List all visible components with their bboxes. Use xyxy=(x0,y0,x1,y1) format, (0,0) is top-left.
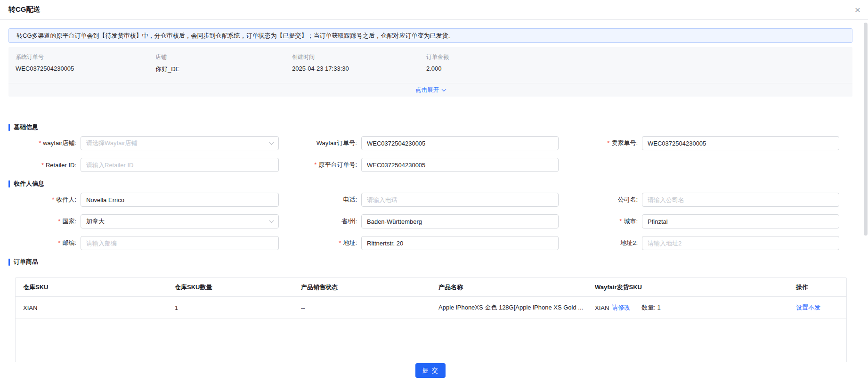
summary-create-time: 创建时间 2025-04-23 17:33:30 xyxy=(292,53,426,83)
field-zipcode: *邮编: xyxy=(8,236,279,250)
dialog-header: 转CG配送 × xyxy=(0,0,868,20)
cell-qty: 1 xyxy=(167,304,293,311)
address2-input[interactable] xyxy=(642,236,839,250)
modify-link[interactable]: 请修改 xyxy=(612,303,630,312)
chevron-down-icon xyxy=(269,218,274,223)
required-asterisk: * xyxy=(58,239,60,246)
expand-toggle[interactable]: 点击展开 xyxy=(415,86,446,94)
required-asterisk: * xyxy=(314,161,316,168)
chevron-down-icon xyxy=(442,87,446,91)
cell-action: 设置不发 xyxy=(788,303,846,312)
field-city: *城市: xyxy=(559,214,839,228)
summary-order-amount: 订单金额 2.000 xyxy=(426,53,845,83)
required-asterisk: * xyxy=(339,239,341,246)
phone-input[interactable] xyxy=(361,193,559,207)
page-title: 转CG配送 xyxy=(8,5,41,14)
field-wayfair-order-no: Wayfair订单号: xyxy=(279,136,559,150)
required-asterisk: * xyxy=(58,218,60,225)
field-province: 省/州: xyxy=(279,214,559,228)
field-phone: 电话: xyxy=(279,193,559,207)
qty-text: 数量: 1 xyxy=(641,303,660,312)
seller-order-no-input[interactable] xyxy=(642,136,839,150)
field-seller-order-no: *卖家单号: xyxy=(559,136,839,150)
section-recipient-info: 收件人信息 xyxy=(8,179,852,188)
required-asterisk: * xyxy=(52,196,54,203)
form-row: *邮编: *地址: 地址2: xyxy=(8,236,852,250)
form-row: *wayfair店铺: 请选择Wayfair店铺 Wayfair订单号: *卖家… xyxy=(8,136,852,150)
order-summary-card: 系统订单号 WEC0372504230005 店铺 你好_DE 创建时间 202… xyxy=(8,47,852,97)
dialog-body: 转CG多渠道的原平台订单会到【待发货审核】中，分仓审核后，会同步到仓配系统，订单… xyxy=(0,20,868,378)
address-input[interactable] xyxy=(361,236,559,250)
dialog-footer: 提 交 xyxy=(8,363,852,378)
province-input[interactable] xyxy=(361,214,559,228)
required-asterisk: * xyxy=(607,139,609,147)
required-asterisk: * xyxy=(41,162,44,169)
country-select[interactable]: 加拿大 xyxy=(81,214,279,228)
set-no-ship-link[interactable]: 设置不发 xyxy=(796,304,820,311)
required-asterisk: * xyxy=(39,139,41,147)
info-banner: 转CG多渠道的原平台订单会到【待发货审核】中，分仓审核后，会同步到仓配系统，订单… xyxy=(8,28,852,43)
scrollbar[interactable] xyxy=(863,21,868,383)
table-header: 仓库SKU 仓库SKU数量 产品销售状态 产品名称 Wayfair发货SKU 操… xyxy=(16,278,846,297)
cell-wayfair-sku: XIAN 请修改 数量: 1 xyxy=(587,303,788,312)
summary-system-order-no: 系统订单号 WEC0372504230005 xyxy=(16,53,155,83)
field-wayfair-shop: *wayfair店铺: 请选择Wayfair店铺 xyxy=(8,136,279,150)
transfer-cg-dialog: 转CG配送 × 转CG多渠道的原平台订单会到【待发货审核】中，分仓审核后，会同步… xyxy=(0,0,868,383)
close-icon[interactable]: × xyxy=(855,5,860,15)
scrollbar-thumb[interactable] xyxy=(864,23,868,236)
original-order-no-input[interactable] xyxy=(361,158,559,172)
section-bar xyxy=(8,124,10,131)
zipcode-input[interactable] xyxy=(81,236,279,250)
cell-sale-status: -- xyxy=(293,304,431,311)
recipient-input[interactable] xyxy=(81,193,279,207)
section-basic-info: 基础信息 xyxy=(8,123,852,131)
city-input[interactable] xyxy=(642,214,839,228)
order-summary-fields: 系统订单号 WEC0372504230005 店铺 你好_DE 创建时间 202… xyxy=(8,47,852,83)
summary-footer: 点击展开 xyxy=(8,83,852,97)
chevron-down-icon xyxy=(269,140,274,145)
field-recipient: *收件人: xyxy=(8,193,279,207)
form-row: *国家: 加拿大 省/州: *城市: xyxy=(8,214,852,228)
section-bar xyxy=(8,180,10,187)
form-row: *收件人: 电话: 公司名: xyxy=(8,193,852,207)
wayfair-order-no-input[interactable] xyxy=(361,136,559,150)
retailer-id-input[interactable] xyxy=(81,158,279,172)
section-bar xyxy=(8,259,10,266)
company-input[interactable] xyxy=(642,193,839,207)
cell-warehouse-sku: XIAN xyxy=(16,304,167,311)
products-table: 仓库SKU 仓库SKU数量 产品销售状态 产品名称 Wayfair发货SKU 操… xyxy=(15,277,847,362)
section-order-products: 订单商品 xyxy=(8,258,852,266)
cell-product-name: Apple iPhoneXS 金色 128G[Apple iPhone XS G… xyxy=(431,303,587,312)
summary-shop: 店铺 你好_DE xyxy=(155,53,292,83)
field-retailer-id: *Retailer ID: xyxy=(8,158,279,172)
field-original-order-no: *原平台订单号: xyxy=(279,158,559,172)
field-country: *国家: 加拿大 xyxy=(8,214,279,228)
table-row: XIAN 1 -- Apple iPhoneXS 金色 128G[Apple i… xyxy=(16,297,846,319)
submit-button[interactable]: 提 交 xyxy=(415,363,446,378)
field-company: 公司名: xyxy=(559,193,839,207)
wayfair-shop-select[interactable]: 请选择Wayfair店铺 xyxy=(81,136,279,150)
field-address: *地址: xyxy=(279,236,559,250)
required-asterisk: * xyxy=(619,218,622,225)
field-address2: 地址2: xyxy=(559,236,839,250)
form-row: *Retailer ID: *原平台订单号: xyxy=(8,158,852,172)
